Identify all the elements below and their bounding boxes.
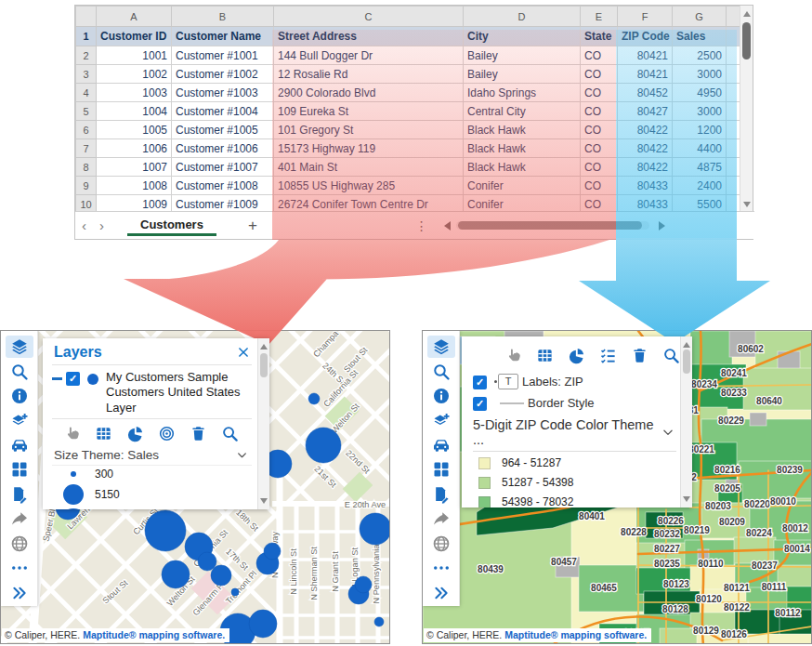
cell[interactable]: 1001 bbox=[97, 46, 172, 65]
cell[interactable]: 15173 Highway 119 bbox=[274, 139, 464, 158]
customer-bubble[interactable] bbox=[308, 393, 320, 404]
cell[interactable]: 1200 bbox=[673, 121, 727, 139]
tool-concentric[interactable] bbox=[158, 425, 176, 442]
sidebar-tool-layers[interactable] bbox=[427, 336, 455, 358]
tool-pointer[interactable] bbox=[504, 347, 522, 364]
row-number[interactable]: 7 bbox=[76, 139, 97, 158]
header-cell[interactable]: ZIP Code bbox=[618, 27, 673, 46]
sidebar-tool-vehicle[interactable] bbox=[427, 434, 455, 456]
cell[interactable]: 80422 bbox=[618, 139, 673, 158]
cell[interactable]: 3000 bbox=[673, 65, 727, 84]
tool-pie[interactable] bbox=[126, 425, 144, 442]
scroll-up-icon[interactable] bbox=[743, 11, 751, 17]
scroll-up-icon[interactable] bbox=[260, 344, 268, 349]
tool-pie[interactable] bbox=[568, 347, 585, 364]
next-sheet-button[interactable]: › bbox=[99, 218, 104, 233]
cell[interactable]: 1008 bbox=[97, 177, 172, 195]
row-number[interactable]: 5 bbox=[76, 102, 97, 121]
attribution-link[interactable]: Maptitude® mapping software. bbox=[504, 629, 647, 640]
cell[interactable]: 1002 bbox=[97, 65, 172, 84]
color-theme-selector[interactable]: 5-Digit ZIP Code Color Theme ... bbox=[473, 411, 676, 452]
cell[interactable]: 2500 bbox=[673, 46, 727, 65]
prev-sheet-button[interactable]: ‹ bbox=[82, 218, 86, 233]
cell[interactable]: 3000 bbox=[673, 102, 727, 121]
cell[interactable]: Central City bbox=[464, 102, 581, 121]
cell[interactable]: Customer #1007 bbox=[172, 158, 274, 177]
cell[interactable]: 4950 bbox=[673, 84, 727, 102]
cell[interactable]: 144 Bull Dogger Dr bbox=[274, 46, 464, 65]
column-letter[interactable]: F bbox=[618, 7, 673, 27]
header-cell[interactable]: State bbox=[581, 27, 618, 46]
row-number[interactable]: 9 bbox=[76, 177, 97, 195]
attribution-link[interactable]: Maptitude® mapping software. bbox=[83, 629, 225, 640]
tool-search[interactable] bbox=[662, 347, 680, 364]
scroll-down-icon[interactable] bbox=[683, 496, 690, 502]
cell[interactable]: 1006 bbox=[97, 139, 172, 158]
sheet-vertical-scrollbar[interactable] bbox=[740, 6, 753, 213]
cell[interactable]: 80422 bbox=[618, 158, 673, 177]
scroll-down-icon[interactable] bbox=[743, 202, 751, 207]
panel-scrollbar[interactable] bbox=[257, 338, 269, 509]
cell[interactable]: 2900 Colorado Blvd bbox=[274, 84, 464, 102]
cell[interactable]: 1005 bbox=[97, 121, 172, 139]
cell[interactable]: 1003 bbox=[97, 84, 172, 102]
scroll-down-icon[interactable] bbox=[260, 498, 268, 504]
tool-search[interactable] bbox=[221, 425, 239, 442]
tool-checklist[interactable] bbox=[599, 347, 617, 364]
border-checkbox[interactable]: ✓ bbox=[473, 397, 487, 411]
customer-bubble[interactable] bbox=[360, 513, 390, 545]
header-cell[interactable]: Street Address bbox=[274, 27, 464, 46]
cell[interactable]: 2400 bbox=[673, 177, 727, 195]
cell[interactable]: 101 Gregory St bbox=[274, 121, 464, 139]
cell[interactable]: Customer #1003 bbox=[172, 84, 274, 102]
column-letter[interactable]: B bbox=[172, 7, 274, 27]
cell[interactable]: CO bbox=[581, 121, 618, 139]
row-number[interactable]: 4 bbox=[76, 84, 97, 102]
cell[interactable]: Bailey bbox=[464, 65, 581, 84]
size-theme-selector[interactable]: Size Theme: Sales bbox=[52, 446, 252, 466]
row-number[interactable]: 3 bbox=[76, 65, 97, 84]
sidebar-tool-share[interactable] bbox=[427, 508, 455, 530]
labels-checkbox[interactable]: ✓ bbox=[473, 376, 487, 389]
cell[interactable]: CO bbox=[581, 158, 618, 177]
layer-name[interactable]: My Customers Sample Customers United Sta… bbox=[106, 370, 252, 415]
sidebar-tool-globe[interactable] bbox=[6, 533, 33, 555]
cell[interactable]: 401 Main St bbox=[274, 158, 464, 177]
customer-bubble[interactable] bbox=[145, 510, 186, 551]
customer-bubble[interactable] bbox=[306, 428, 341, 463]
tool-trash[interactable] bbox=[190, 425, 207, 442]
hscroll-left-icon[interactable] bbox=[444, 221, 451, 231]
customer-bubble[interactable] bbox=[211, 565, 231, 586]
sidebar-tool-apps-grid[interactable] bbox=[6, 458, 33, 481]
layer-visibility-checkbox[interactable]: ✓ bbox=[66, 372, 80, 386]
add-sheet-button[interactable]: + bbox=[248, 217, 257, 235]
cell[interactable]: Conifer bbox=[464, 177, 581, 195]
cell[interactable]: 4875 bbox=[673, 158, 727, 177]
customer-bubble[interactable] bbox=[374, 617, 384, 626]
sidebar-tool-add-layer[interactable] bbox=[6, 409, 33, 431]
cell[interactable]: 10855 US Highway 285 bbox=[274, 177, 464, 195]
hscroll-thumb[interactable] bbox=[458, 221, 642, 230]
customer-bubble[interactable] bbox=[231, 588, 239, 596]
cell[interactable]: CO bbox=[581, 139, 618, 158]
column-letter[interactable]: A bbox=[97, 7, 172, 27]
sidebar-tool-info[interactable] bbox=[6, 385, 33, 407]
tool-table[interactable] bbox=[536, 347, 554, 364]
sidebar-tool-info[interactable] bbox=[427, 385, 455, 407]
row-number[interactable]: 8 bbox=[76, 158, 97, 177]
sidebar-tool-layers[interactable] bbox=[6, 336, 33, 358]
header-cell[interactable]: Customer Name bbox=[172, 27, 274, 46]
sheet-menu-button[interactable]: ⋮ bbox=[415, 218, 429, 233]
cell[interactable]: Customer #1004 bbox=[172, 102, 274, 121]
sheet-horizontal-scrollbar[interactable] bbox=[456, 221, 649, 230]
cell[interactable]: 12 Rosalie Rd bbox=[274, 65, 464, 84]
sidebar-tool-edit-document[interactable] bbox=[427, 483, 455, 506]
tool-trash[interactable] bbox=[631, 347, 648, 364]
cell[interactable]: Customer #1001 bbox=[172, 46, 274, 65]
cell[interactable]: CO bbox=[581, 46, 618, 65]
cell[interactable]: Black Hawk bbox=[464, 139, 581, 158]
cell[interactable]: 80427 bbox=[618, 102, 673, 121]
cell[interactable]: CO bbox=[581, 65, 618, 84]
close-icon[interactable] bbox=[237, 346, 250, 359]
cell[interactable]: 109 Eureka St bbox=[274, 102, 464, 121]
